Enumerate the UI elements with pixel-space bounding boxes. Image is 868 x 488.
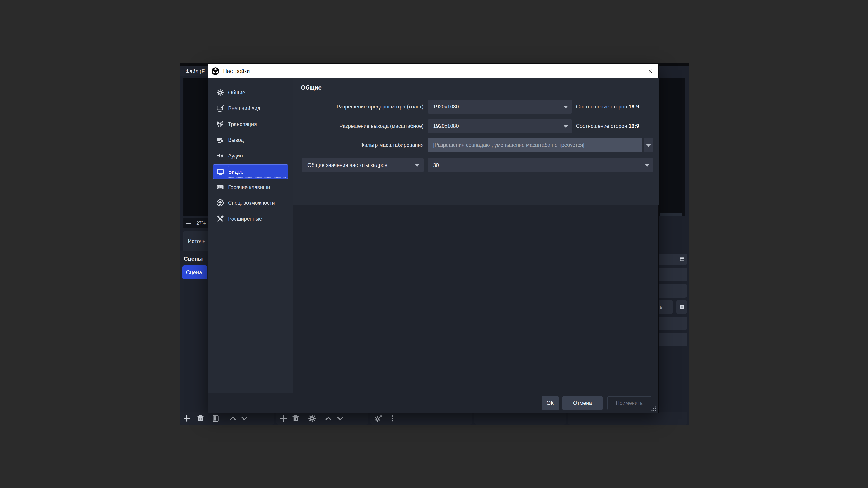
cancel-button[interactable]: Отмена [562, 396, 602, 410]
combo-divider [641, 159, 641, 171]
base-resolution-combobox[interactable]: 1920x1080 [428, 100, 572, 113]
scenes-toolbar [180, 412, 274, 424]
focus-ring [228, 166, 286, 177]
sidebar-item-output[interactable]: Вывод [213, 133, 288, 147]
broadcast-icon [216, 121, 224, 128]
mixer-toolbar [370, 412, 472, 424]
transitions-dock-bottom [474, 412, 566, 424]
sidebar-item-video[interactable]: Видео [213, 164, 288, 179]
sidebar-item-audio[interactable]: Аудио [213, 149, 288, 163]
scenes-dock-title: Сцены [184, 256, 203, 262]
speaker-icon [216, 152, 224, 160]
chevron-down-icon [563, 105, 568, 108]
add-source-icon[interactable] [279, 414, 288, 423]
zoom-out-icon[interactable] [186, 223, 191, 224]
add-scene-icon[interactable] [183, 414, 191, 423]
chevron-down-icon [646, 144, 651, 147]
apply-button[interactable]: Применить [608, 396, 651, 410]
scale-filter-dropdown-button [644, 138, 653, 152]
sources-toolbar [276, 412, 368, 424]
scene-list-item[interactable]: Сцена [182, 265, 207, 280]
tools-icon [216, 215, 224, 223]
source-down-icon[interactable] [336, 414, 344, 423]
scale-filter-label: Фильтр масштабирования [293, 138, 424, 152]
sidebar-item-appearance[interactable]: Внешний вид [213, 101, 288, 116]
monitor-icon [217, 168, 224, 175]
sources-dock-title: Источн [188, 231, 206, 252]
settings-dialog: Настройки Общие Внешний вид Трансляция В… [208, 64, 659, 413]
dialog-titlebar[interactable]: Настройки [208, 64, 658, 78]
sidebar-item-stream[interactable]: Трансляция [213, 117, 288, 131]
source-properties-icon[interactable] [308, 414, 316, 423]
chevron-down-icon [563, 125, 568, 128]
virtual-camera-config-button[interactable] [676, 300, 687, 314]
zoom-level: 27% [196, 218, 206, 228]
menu-file[interactable]: Файл (F [186, 66, 205, 76]
remove-scene-icon[interactable] [196, 414, 205, 423]
close-icon [648, 68, 653, 74]
fps-value-combobox[interactable]: 30 [428, 158, 653, 172]
base-aspect-ratio: Соотношение сторон 16:9 [576, 100, 639, 113]
desktop: Файл (F 27% Источн Сцены Сцена [0, 0, 868, 488]
output-resolution-combobox[interactable]: 1920x1080 [428, 119, 572, 133]
accessibility-icon [216, 199, 224, 207]
obs-logo-icon [211, 67, 219, 75]
dialog-title: Настройки [223, 64, 250, 78]
ok-button[interactable]: ОК [541, 396, 559, 410]
appearance-icon [216, 105, 224, 112]
fps-mode-combobox[interactable]: Общие значения частоты кадров [302, 158, 424, 172]
controls-dock-bottom [568, 412, 687, 424]
combo-divider [411, 159, 411, 171]
resize-grip-icon[interactable] [651, 406, 657, 412]
scene-name: Сцена [186, 265, 202, 280]
source-up-icon[interactable] [324, 414, 333, 423]
mixer-menu-icon[interactable] [388, 414, 397, 423]
sidebar-item-hotkeys[interactable]: Горячие клавиши [213, 180, 288, 195]
output-icon [216, 136, 224, 144]
gear-icon [216, 89, 224, 96]
scene-down-icon[interactable] [240, 414, 249, 423]
output-resolution-label: Разрешение выхода (масштабное) [293, 119, 424, 133]
sidebar-item-advanced[interactable]: Расширенные [213, 212, 288, 226]
keyboard-icon [216, 184, 224, 191]
chevron-down-icon [415, 164, 420, 167]
virtual-camera-gear-icon [679, 304, 685, 311]
transition-properties-icon[interactable] [679, 256, 685, 262]
virtual-camera-label-fragment: ы [660, 300, 664, 314]
output-aspect-ratio: Соотношение сторон 16:9 [576, 119, 639, 133]
sidebar-item-general[interactable]: Общие [213, 86, 288, 100]
base-resolution-label: Разрешение предпросмотра (холст) [293, 100, 424, 113]
preview-scrollbar[interactable] [660, 213, 682, 216]
chevron-down-icon [645, 164, 650, 167]
scene-up-icon[interactable] [228, 414, 237, 423]
scale-filter-combobox: [Разрешения совпадают, уменьшение масшта… [428, 138, 642, 152]
scene-filters-icon[interactable] [211, 414, 220, 423]
advanced-audio-icon[interactable] [374, 414, 383, 423]
section-title: Общие [301, 84, 322, 91]
close-button[interactable] [645, 64, 656, 78]
sidebar-item-accessibility[interactable]: Спец. возможности [213, 196, 288, 210]
remove-source-icon[interactable] [291, 414, 300, 423]
